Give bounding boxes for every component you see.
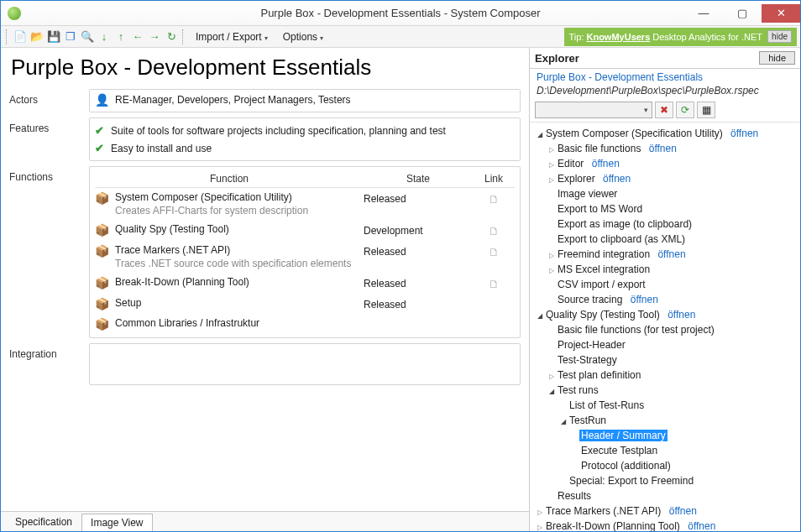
refresh-button[interactable]: ⟳	[676, 102, 694, 118]
open-link[interactable]: öffnen	[631, 294, 658, 305]
tree-item[interactable]: Image viewer	[535, 186, 797, 201]
arrow-right-icon[interactable]: →	[147, 29, 162, 44]
tree-item[interactable]: Results	[535, 488, 797, 503]
tree-item[interactable]: Export to clipboard (as XML)	[535, 232, 797, 247]
tree-item[interactable]: Freemind integration öffnen	[535, 247, 797, 262]
expander-closed-icon[interactable]	[547, 173, 556, 185]
open-link[interactable]: öffnen	[688, 520, 715, 531]
open-link[interactable]: öffnen	[730, 128, 758, 139]
open-link[interactable]: öffnen	[668, 309, 695, 321]
tree-label[interactable]: Test-Strategy	[556, 354, 619, 366]
tree-label[interactable]: Export to MS Word	[556, 203, 644, 215]
open-folder-icon[interactable]: 📂	[29, 29, 44, 44]
expander-open-icon[interactable]	[558, 415, 568, 427]
tree-item[interactable]: Source tracing öffnen	[535, 292, 797, 307]
tree-label[interactable]: Quality Spy (Testing Tool)	[544, 309, 662, 321]
tree-label[interactable]: Results	[556, 490, 593, 502]
explorer-tree[interactable]: System Composer (Specification Utility) …	[530, 123, 800, 531]
search-icon[interactable]: 🔍	[80, 29, 95, 44]
document-icon[interactable]: 🗋	[489, 225, 500, 237]
grid-button[interactable]: ▦	[697, 102, 715, 118]
import-export-menu[interactable]: Import / Export▾	[189, 29, 275, 44]
tab-specification[interactable]: Specification	[6, 513, 81, 531]
copy-icon[interactable]: ❐	[63, 29, 78, 44]
document-icon[interactable]: 🗋	[489, 193, 500, 206]
tree-item[interactable]: List of Test-Runs	[535, 398, 797, 413]
tree-label[interactable]: CSV import / export	[556, 279, 647, 290]
tree-label[interactable]: List of Test-Runs	[568, 399, 646, 411]
expander-closed-icon[interactable]	[535, 520, 544, 531]
arrow-up-icon[interactable]: ↑	[113, 29, 128, 44]
expander-closed-icon[interactable]	[547, 263, 556, 276]
tree-item[interactable]: CSV import / export	[535, 277, 797, 292]
expander-closed-icon[interactable]	[535, 505, 544, 518]
table-row[interactable]: 📦SetupReleased	[95, 294, 515, 314]
integration-field[interactable]	[89, 343, 521, 385]
func-head-link[interactable]: Link	[473, 173, 515, 185]
tree-label[interactable]: Export to clipboard (as XML)	[556, 233, 687, 245]
tree-item[interactable]: System Composer (Specification Utility) …	[535, 126, 797, 141]
tree-item[interactable]: MS Excel integration	[535, 262, 797, 277]
minimize-button[interactable]: —	[684, 4, 723, 23]
tree-item[interactable]: Test-Strategy	[535, 352, 797, 368]
open-link[interactable]: öffnen	[669, 505, 697, 517]
expander-open-icon[interactable]	[535, 309, 544, 321]
expander-closed-icon[interactable]	[547, 248, 556, 261]
open-link[interactable]: öffnen	[592, 158, 620, 170]
open-link[interactable]: öffnen	[649, 143, 677, 154]
open-link[interactable]: öffnen	[603, 173, 631, 185]
tree-label[interactable]: Execute Testplan	[579, 445, 659, 456]
actors-field[interactable]: 👤 RE-Manager, Developers, Project Manage…	[89, 89, 521, 112]
func-head-name[interactable]: Function	[95, 173, 364, 185]
tree-label[interactable]: System Composer (Specification Utility)	[544, 128, 725, 139]
table-row[interactable]: 📦Trace Markers (.NET API)Traces .NET sou…	[95, 241, 515, 273]
tree-label[interactable]: Break-It-Down (Planning Tool)	[544, 520, 682, 531]
tree-label[interactable]: Freemind integration	[556, 248, 652, 260]
tree-item[interactable]: Quality Spy (Testing Tool) öffnen	[535, 307, 797, 322]
tree-item[interactable]: Special: Export to Freemind	[535, 473, 797, 488]
tree-label[interactable]: Test plan definition	[556, 369, 642, 381]
document-icon[interactable]: 🗋	[489, 246, 500, 258]
expander-open-icon[interactable]	[547, 384, 556, 397]
tree-label[interactable]: Trace Markers (.NET API)	[544, 505, 662, 517]
tree-label[interactable]: Export as image (to clipboard)	[556, 218, 694, 230]
expander-open-icon[interactable]	[535, 128, 544, 140]
tree-label[interactable]: Image viewer	[556, 188, 619, 200]
tree-item[interactable]: Project-Header	[535, 337, 797, 352]
tree-item[interactable]: Test runs	[535, 383, 797, 398]
tree-item[interactable]: Basic file functions öffnen	[535, 141, 797, 156]
tree-label[interactable]: Test runs	[556, 384, 600, 396]
open-link[interactable]: öffnen	[657, 248, 685, 260]
tree-item[interactable]: Explorer öffnen	[535, 171, 797, 186]
document-icon[interactable]: 🗋	[489, 278, 500, 290]
tree-label[interactable]: Explorer	[556, 173, 597, 185]
tree-label[interactable]: Special: Export to Freemind	[568, 475, 695, 487]
arrow-down-icon[interactable]: ↓	[97, 29, 112, 44]
tree-label[interactable]: Protocol (additional)	[579, 460, 673, 472]
tree-item[interactable]: Protocol (additional)	[535, 458, 797, 473]
tree-item[interactable]: Execute Testplan	[535, 443, 797, 458]
explorer-project-link[interactable]: Purple Box - Development Essentials	[530, 69, 800, 83]
arrow-left-icon[interactable]: ←	[130, 29, 145, 44]
table-row[interactable]: 📦System Composer (Specification Utility)…	[95, 188, 515, 220]
table-row[interactable]: 📦Break-It-Down (Planning Tool)Released🗋	[95, 273, 515, 294]
tree-item[interactable]: Export as image (to clipboard)	[535, 216, 797, 232]
tree-label[interactable]: Basic file functions	[556, 143, 642, 154]
tree-label[interactable]: Project-Header	[556, 339, 627, 351]
tree-item[interactable]: Basic file functions (for test project)	[535, 322, 797, 337]
delete-button[interactable]: ✖	[655, 102, 673, 118]
tip-link[interactable]: KnowMyUsers	[586, 32, 650, 42]
tree-item[interactable]: Trace Markers (.NET API) öffnen	[535, 503, 797, 519]
expander-closed-icon[interactable]	[547, 158, 556, 170]
tree-item[interactable]: Break-It-Down (Planning Tool) öffnen	[535, 519, 797, 531]
tree-label[interactable]: MS Excel integration	[556, 263, 652, 275]
tip-hide-button[interactable]: hide	[767, 30, 792, 43]
expander-closed-icon[interactable]	[547, 369, 556, 382]
tree-label[interactable]: Basic file functions (for test project)	[556, 324, 716, 336]
func-head-state[interactable]: State	[364, 173, 473, 185]
options-menu[interactable]: Options▾	[276, 29, 330, 44]
tree-label[interactable]: Source tracing	[556, 294, 624, 305]
new-doc-icon[interactable]: 📄	[13, 29, 28, 44]
close-button[interactable]: ✕	[762, 4, 800, 23]
expander-closed-icon[interactable]	[547, 143, 556, 155]
